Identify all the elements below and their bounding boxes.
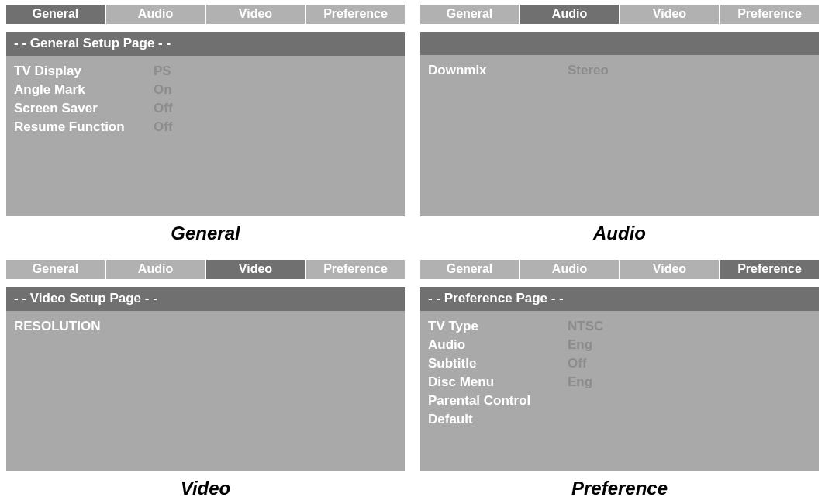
tab-audio[interactable]: Audio	[106, 5, 206, 24]
spacer	[420, 279, 819, 287]
spacer	[6, 279, 405, 287]
tab-general[interactable]: General	[6, 260, 106, 279]
setting-row[interactable]: TV Type NTSC	[428, 317, 811, 336]
panel-body: RESOLUTION	[6, 311, 405, 471]
panel-caption: Audio	[420, 216, 819, 244]
tab-general[interactable]: General	[420, 5, 520, 24]
panel-body: TV Display PS Angle Mark On Screen Saver…	[6, 56, 405, 216]
setting-value: Eng	[568, 336, 592, 354]
tab-audio[interactable]: Audio	[520, 5, 620, 24]
tab-preference[interactable]: Preference	[306, 260, 405, 279]
setting-row[interactable]: Downmix Stereo	[428, 61, 811, 80]
tab-video[interactable]: Video	[620, 260, 720, 279]
tab-audio[interactable]: Audio	[106, 260, 206, 279]
setting-label: Audio	[428, 336, 568, 354]
setting-row[interactable]: Disc Menu Eng	[428, 373, 811, 392]
setting-value: Eng	[568, 373, 592, 392]
setting-row[interactable]: Angle Mark On	[14, 81, 397, 99]
setting-value: Stereo	[568, 61, 609, 80]
setting-label: Screen Saver	[14, 99, 154, 118]
setting-row[interactable]: Resume Function Off	[14, 118, 397, 136]
setting-value: Off	[568, 354, 587, 373]
spacer	[6, 24, 405, 32]
tab-preference[interactable]: Preference	[720, 260, 819, 279]
setting-label: Angle Mark	[14, 81, 154, 99]
setting-row[interactable]: Parental Control	[428, 392, 811, 410]
panel-header: - - Video Setup Page - -	[6, 287, 405, 311]
tab-audio[interactable]: Audio	[520, 260, 620, 279]
setting-row[interactable]: Default	[428, 410, 811, 429]
tab-bar: General Audio Video Preference	[420, 5, 819, 24]
setting-row[interactable]: Screen Saver Off	[14, 99, 397, 118]
setting-row[interactable]: Audio Eng	[428, 336, 811, 354]
panel-header: - - Preference Page - -	[420, 287, 819, 311]
setting-label: Resume Function	[14, 118, 154, 136]
setting-label: TV Display	[14, 62, 154, 81]
setting-value: On	[154, 81, 172, 99]
tab-preference[interactable]: Preference	[306, 5, 405, 24]
spacer	[420, 24, 819, 32]
panel-caption: Video	[6, 471, 405, 499]
panel-audio: General Audio Video Preference Downmix S…	[420, 5, 819, 244]
tab-video[interactable]: Video	[620, 5, 720, 24]
tab-video[interactable]: Video	[206, 260, 306, 279]
panel-header	[420, 32, 819, 55]
tab-bar: General Audio Video Preference	[6, 5, 405, 24]
tab-general[interactable]: General	[6, 5, 106, 24]
panel-caption: Preference	[420, 471, 819, 499]
panel-caption: General	[6, 216, 405, 244]
setting-label: RESOLUTION	[14, 317, 154, 336]
setting-value: Off	[154, 99, 173, 118]
tab-preference[interactable]: Preference	[720, 5, 819, 24]
tab-bar: General Audio Video Preference	[6, 260, 405, 279]
setting-row[interactable]: TV Display PS	[14, 62, 397, 81]
setting-label: Default	[428, 410, 568, 429]
panel-video: General Audio Video Preference - - Video…	[6, 260, 405, 499]
tab-general[interactable]: General	[420, 260, 520, 279]
setting-value: PS	[154, 62, 171, 81]
setup-pages-grid: General Audio Video Preference - - Gener…	[6, 5, 819, 499]
setting-value: NTSC	[568, 317, 603, 336]
tab-video[interactable]: Video	[206, 5, 306, 24]
panel-header: - - General Setup Page - -	[6, 32, 405, 56]
panel-body: TV Type NTSC Audio Eng Subtitle Off Disc…	[420, 311, 819, 471]
setting-label: Parental Control	[428, 392, 568, 410]
setting-label: Downmix	[428, 61, 568, 80]
setting-row[interactable]: Subtitle Off	[428, 354, 811, 373]
setting-label: Subtitle	[428, 354, 568, 373]
panel-body: Downmix Stereo	[420, 55, 819, 216]
panel-preference: General Audio Video Preference - - Prefe…	[420, 260, 819, 499]
tab-bar: General Audio Video Preference	[420, 260, 819, 279]
setting-label: TV Type	[428, 317, 568, 336]
setting-label: Disc Menu	[428, 373, 568, 392]
setting-value: Off	[154, 118, 173, 136]
setting-row[interactable]: RESOLUTION	[14, 317, 397, 336]
panel-general: General Audio Video Preference - - Gener…	[6, 5, 405, 244]
